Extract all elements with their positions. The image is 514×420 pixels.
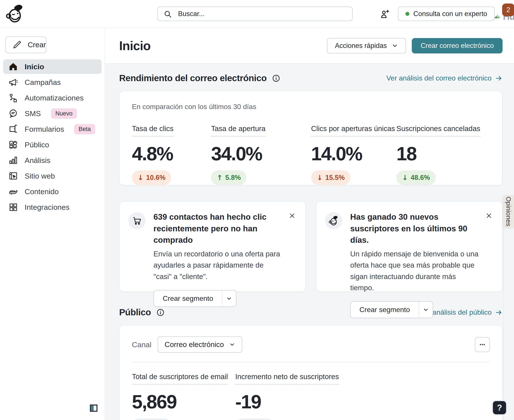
chat-bubble-icon bbox=[8, 109, 18, 118]
metric-delta-badge: ↓0.32% bbox=[235, 419, 275, 420]
metric-delta: 48.6% bbox=[411, 174, 430, 182]
pencil-icon bbox=[12, 40, 22, 50]
create-segment-button[interactable]: Crear segmento bbox=[351, 302, 419, 318]
page-title: Inicio bbox=[119, 38, 151, 53]
metric-delta-badge: ↓10.6% bbox=[132, 170, 171, 185]
audience-title: Público bbox=[119, 307, 151, 317]
metric-label[interactable]: Clics por aperturas únicas bbox=[311, 124, 395, 136]
metric-delta-badge: ↓15.5% bbox=[311, 170, 350, 185]
invite-user-icon[interactable] bbox=[380, 9, 390, 19]
sidebar-item-label: Integraciones bbox=[25, 203, 69, 211]
sidebar: Crear Inicio Campañas Automatizaciones S… bbox=[0, 28, 105, 420]
search-icon bbox=[164, 10, 172, 18]
create-email-button[interactable]: Crear correo electrónico bbox=[412, 38, 503, 53]
feedback-tab[interactable]: Opiniones bbox=[503, 195, 514, 228]
metric-value: 4.8% bbox=[132, 143, 211, 165]
help-button[interactable]: ? bbox=[492, 400, 507, 415]
sidebar-item-sitio-web[interactable]: Sitio web bbox=[3, 169, 102, 183]
segment-options-dropdown[interactable] bbox=[419, 302, 433, 318]
sidebar-item-sms[interactable]: SMS Nuevo bbox=[3, 106, 102, 121]
close-icon[interactable] bbox=[485, 212, 492, 219]
sidebar-item-inicio[interactable]: Inicio bbox=[3, 59, 102, 74]
notification-badge[interactable]: 2 bbox=[502, 4, 514, 16]
close-icon[interactable] bbox=[289, 212, 296, 219]
info-icon[interactable] bbox=[272, 74, 280, 82]
account-avatar[interactable]: Hua 2 bbox=[493, 7, 514, 25]
metric-value: 14.0% bbox=[311, 143, 396, 165]
metric-label[interactable]: Tasa de clics bbox=[132, 124, 173, 136]
sidebar-item-label: Automatizaciones bbox=[25, 94, 83, 102]
sidebar-item-label: Formularios bbox=[25, 125, 64, 134]
segment-options-dropdown[interactable] bbox=[222, 291, 236, 307]
metric-label[interactable]: Tasa de apertura bbox=[211, 124, 266, 136]
chevron-down-icon bbox=[392, 42, 398, 49]
create-email-label: Crear correo electrónico bbox=[421, 42, 494, 50]
suggestion-body: Un rápido mensaje de bienvenida o una of… bbox=[350, 248, 480, 293]
sidebar-item-campanas[interactable]: Campañas bbox=[3, 75, 102, 90]
arrow-down-icon: ↓ bbox=[402, 173, 408, 182]
suggestion-title: Has ganado 30 nuevos suscriptores en los… bbox=[350, 211, 480, 246]
channel-select[interactable]: Correo electrónico bbox=[158, 337, 243, 353]
quick-actions-label: Acciones rápidas bbox=[335, 42, 387, 50]
cart-icon bbox=[128, 212, 146, 229]
chevron-down-icon bbox=[226, 296, 232, 302]
sidebar-item-integraciones[interactable]: Integraciones bbox=[3, 200, 102, 214]
metric-open-rate: Tasa de apertura 34.0% ↑5.8% bbox=[211, 124, 311, 185]
content-edge-divider bbox=[503, 228, 504, 420]
bar-chart-icon bbox=[8, 156, 18, 165]
more-options-button[interactable] bbox=[475, 337, 490, 352]
arrow-down-icon: ↓ bbox=[138, 173, 144, 182]
suggestion-card-clicked-not-purchased: 639 contactos han hecho clic recientemen… bbox=[119, 201, 306, 292]
audience-card: Canal Correo electrónico Total de suscri… bbox=[119, 325, 503, 420]
email-analytics-link[interactable]: Ver análisis del correo electrónico bbox=[387, 74, 503, 82]
ellipsis-icon bbox=[479, 341, 486, 348]
content-paint-icon bbox=[8, 187, 18, 196]
metric-label[interactable]: Total de suscriptores de email bbox=[132, 373, 228, 385]
sidebar-item-analisis[interactable]: Análisis bbox=[3, 153, 102, 168]
email-performance-card: En comparación con los últimos 30 días T… bbox=[119, 91, 503, 185]
metric-delta: 15.5% bbox=[325, 174, 345, 182]
sidebar-item-label: Sitio web bbox=[25, 172, 55, 180]
channel-label: Canal bbox=[132, 340, 151, 349]
automation-flow-icon bbox=[8, 93, 18, 103]
sidebar-item-automatizaciones[interactable]: Automatizaciones bbox=[3, 90, 102, 105]
info-icon[interactable] bbox=[156, 308, 165, 317]
create-button[interactable]: Crear bbox=[5, 37, 46, 53]
metric-total-subscribers: Total de suscriptores de email 5,869 ↓0.… bbox=[132, 373, 235, 420]
sidebar-item-publico[interactable]: Público bbox=[3, 137, 102, 152]
metric-click-to-open: Clics por aperturas únicas 14.0% ↓15.5% bbox=[311, 124, 396, 185]
metric-value: 5,869 bbox=[132, 391, 235, 413]
topbar: Consulta con un experto Hua 2 bbox=[0, 0, 514, 28]
sidebar-item-label: SMS bbox=[25, 109, 41, 118]
sidebar-item-label: Público bbox=[25, 141, 49, 149]
consult-expert-label: Consulta con un experto bbox=[413, 10, 487, 18]
metric-delta: 5.8% bbox=[225, 174, 241, 182]
create-segment-split-button: Crear segmento bbox=[153, 290, 236, 307]
sidebar-item-contenido[interactable]: Contenido bbox=[3, 184, 102, 199]
sidebar-item-label: Inicio bbox=[25, 62, 44, 71]
email-performance-head: Rendimiento del correo electrónico Ver a… bbox=[119, 73, 503, 83]
search-input[interactable] bbox=[157, 7, 353, 21]
megaphone-icon bbox=[8, 77, 18, 87]
email-analytics-link-label: Ver análisis del correo electrónico bbox=[387, 74, 492, 82]
suggestion-body: Envía un recordatorio o una oferta para … bbox=[153, 248, 283, 282]
consult-expert-button[interactable]: Consulta con un experto bbox=[398, 7, 495, 21]
metric-label[interactable]: Incremento neto de suscriptores bbox=[235, 373, 339, 385]
metric-label[interactable]: Suscripciones canceladas bbox=[396, 124, 480, 136]
suggestion-card-new-subscribers: Has ganado 30 nuevos suscriptores en los… bbox=[316, 201, 503, 292]
create-segment-button[interactable]: Crear segmento bbox=[154, 291, 222, 307]
chevron-down-icon bbox=[229, 342, 235, 348]
collapse-sidebar-icon[interactable] bbox=[89, 404, 98, 412]
mailchimp-logo-icon[interactable] bbox=[6, 4, 25, 24]
website-icon bbox=[8, 171, 18, 181]
quick-actions-button[interactable]: Acciones rápidas bbox=[327, 38, 406, 53]
suggestion-title: 639 contactos han hecho clic recientemen… bbox=[153, 211, 283, 246]
sidebar-item-formularios[interactable]: Formularios Beta bbox=[3, 122, 102, 136]
divider bbox=[132, 362, 490, 362]
arrow-up-icon: ↑ bbox=[217, 173, 223, 182]
metric-unsubscribes: Suscripciones canceladas 18 ↓48.6% bbox=[396, 124, 480, 185]
chevron-down-icon bbox=[423, 307, 429, 313]
new-badge: Nuevo bbox=[51, 108, 77, 119]
create-button-label: Crear bbox=[28, 41, 46, 49]
page-header: Inicio Acciones rápidas Crear correo ele… bbox=[105, 28, 514, 64]
